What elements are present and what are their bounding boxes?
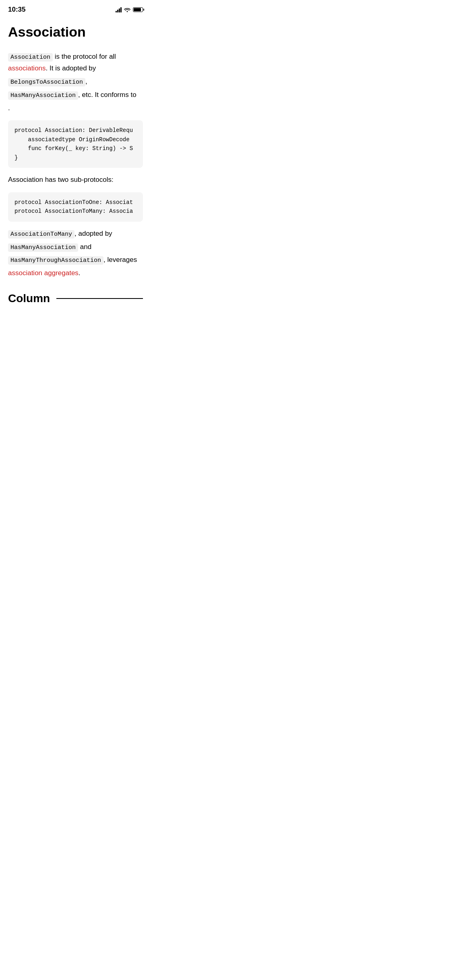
battery-icon — [133, 7, 143, 12]
page-title: Association — [8, 24, 143, 40]
main-content: Association Association is the protocol … — [0, 18, 151, 321]
intro-part2: . It is adopted by — [46, 64, 96, 72]
code-block-1: protocol Association: DerivableRequ asso… — [8, 120, 143, 168]
section-title-row: Column — [8, 292, 143, 305]
belongs-to-code: BelongsToAssociation — [8, 78, 85, 86]
intro-part5: . — [8, 104, 10, 112]
association-to-many-code: AssociationToMany — [8, 230, 74, 239]
section-divider — [56, 298, 143, 299]
trailing-text: AssociationToMany, adopted by — [8, 228, 143, 240]
status-icons — [116, 7, 143, 12]
trailing-part2: and — [78, 243, 91, 251]
status-time: 10:35 — [8, 6, 25, 14]
sub-protocols-label: Association has two sub-protocols: — [8, 174, 143, 186]
intro-part1: is the protocol for all — [55, 53, 116, 60]
trailing-text-3: HasManyThroughAssociation, leverages — [8, 254, 143, 266]
trailing-text-2: HasManyAssociation and — [8, 241, 143, 253]
trailing-part3: , leverages — [103, 256, 137, 264]
intro-part3: , — [85, 78, 87, 85]
has-many-code: HasManyAssociation — [8, 91, 78, 100]
association-code-inline: Association — [8, 53, 53, 62]
section-title: Column — [8, 292, 50, 305]
association-aggregates-link[interactable]: association aggregates — [8, 269, 79, 277]
intro-paragraph-4: . — [8, 103, 143, 114]
code-block-2: protocol AssociationToOne: Associat prot… — [8, 192, 143, 222]
has-many-through-code: HasManyThroughAssociation — [8, 256, 103, 265]
intro-paragraph-2: BelongsToAssociation, — [8, 76, 143, 88]
intro-paragraph: Association is the protocol for all asso… — [8, 51, 143, 74]
intro-part4: , etc. It conforms to — [78, 91, 137, 99]
trailing-part1: , adopted by — [74, 230, 112, 237]
wifi-icon — [124, 7, 130, 12]
signal-icon — [116, 7, 122, 12]
has-many-assoc-code: HasManyAssociation — [8, 243, 78, 252]
code-block-1-content: protocol Association: DerivableRequ asso… — [14, 126, 137, 162]
code-block-2-content: protocol AssociationToOne: Associat prot… — [14, 198, 137, 216]
trailing-text-4: association aggregates. — [8, 268, 143, 279]
status-bar: 10:35 — [0, 0, 151, 18]
trailing-part4: . — [79, 269, 81, 277]
associations-link[interactable]: associations — [8, 64, 46, 72]
intro-paragraph-3: HasManyAssociation, etc. It conforms to — [8, 89, 143, 101]
